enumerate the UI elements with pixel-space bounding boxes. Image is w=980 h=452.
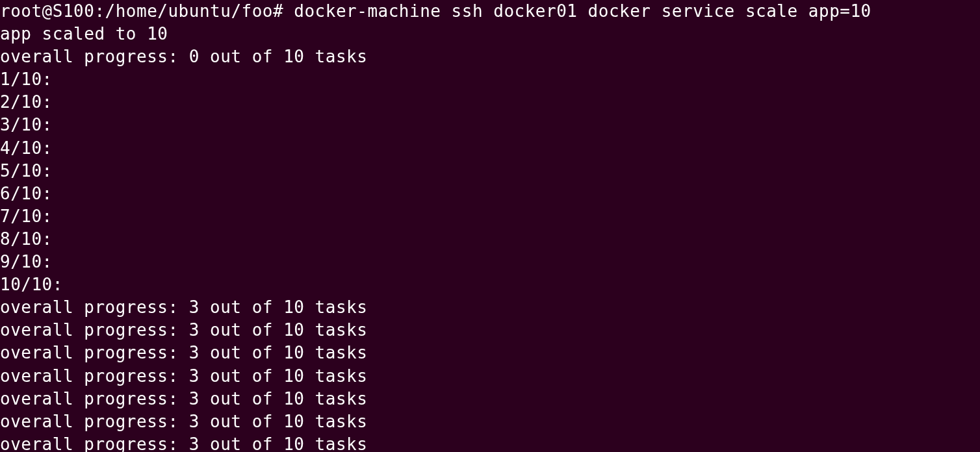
output-progress-initial: overall progress: 0 out of 10 tasks [0,45,980,68]
prompt-line: root@S100:/home/ubuntu/foo# docker-machi… [0,0,980,23]
output-task-5: 5/10: [0,160,980,182]
output-task-10: 10/10: [0,273,980,296]
terminal-window[interactable]: root@S100:/home/ubuntu/foo# docker-machi… [0,0,980,452]
command-text: docker-machine ssh docker01 docker servi… [294,1,871,21]
prompt-symbol: # [273,1,283,21]
output-progress-update-3: overall progress: 3 out of 10 tasks [0,342,980,364]
output-task-9: 9/10: [0,251,980,273]
output-task-2: 2/10: [0,91,980,114]
prompt-path: /home/ubuntu/foo [105,1,273,21]
prompt-user-host: root@S100 [0,1,94,21]
output-progress-update-1: overall progress: 3 out of 10 tasks [0,296,980,319]
output-task-4: 4/10: [0,137,980,160]
prompt-space [283,1,294,21]
prompt-separator: : [94,1,105,21]
output-progress-update-6: overall progress: 3 out of 10 tasks [0,410,980,433]
output-scaled-msg: app scaled to 10 [0,23,980,45]
output-task-3: 3/10: [0,114,980,136]
output-progress-update-7: overall progress: 3 out of 10 tasks [0,433,980,452]
output-task-1: 1/10: [0,68,980,91]
output-task-7: 7/10: [0,205,980,228]
output-progress-update-5: overall progress: 3 out of 10 tasks [0,388,980,410]
output-task-8: 8/10: [0,228,980,251]
output-task-6: 6/10: [0,182,980,205]
output-progress-update-4: overall progress: 3 out of 10 tasks [0,365,980,388]
output-progress-update-2: overall progress: 3 out of 10 tasks [0,319,980,342]
